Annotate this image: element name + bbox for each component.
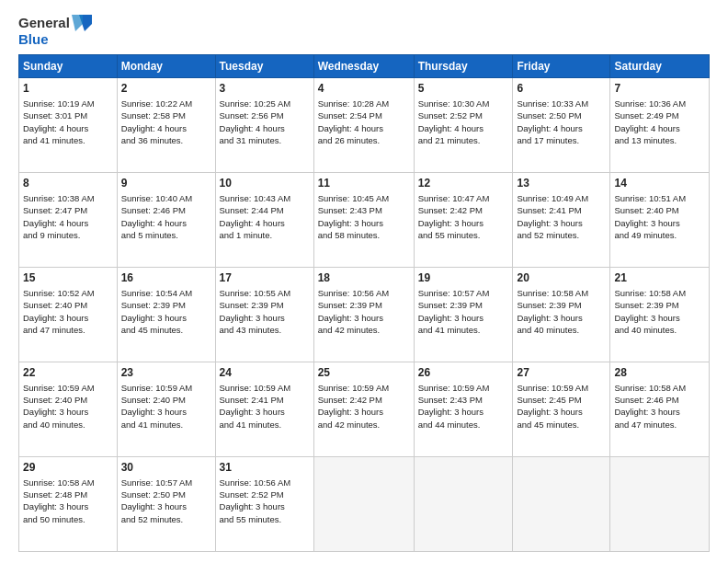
day-info: Daylight: 3 hours [614, 406, 705, 418]
day-info: Sunrise: 10:57 AM [418, 287, 509, 299]
day-info: and 26 minutes. [318, 134, 410, 146]
day-info: Sunrise: 10:55 AM [220, 287, 310, 299]
day-info: Sunrise: 10:56 AM [318, 287, 410, 299]
calendar-cell [513, 457, 610, 552]
day-info: Sunrise: 10:51 AM [614, 192, 705, 204]
day-info: Sunrise: 10:33 AM [517, 98, 606, 109]
day-info: Sunset: 2:39 PM [121, 299, 211, 311]
day-info: Daylight: 3 hours [23, 500, 113, 512]
day-number: 20 [517, 270, 606, 286]
day-number: 30 [121, 460, 211, 476]
day-info: Sunset: 2:47 PM [23, 204, 113, 216]
day-info: and 47 minutes. [23, 324, 113, 336]
day-number: 17 [220, 270, 310, 286]
calendar-cell: 10Sunrise: 10:43 AMSunset: 2:44 PMDaylig… [215, 173, 313, 268]
calendar-cell: 9Sunrise: 10:40 AMSunset: 2:46 PMDayligh… [117, 173, 215, 268]
day-number: 18 [318, 270, 410, 286]
day-info: and 9 minutes. [23, 229, 113, 241]
calendar-cell: 5Sunrise: 10:30 AMSunset: 2:52 PMDayligh… [414, 78, 513, 173]
day-number: 28 [614, 365, 705, 381]
day-info: and 41 minutes. [121, 419, 211, 431]
calendar-table: SundayMondayTuesdayWednesdayThursdayFrid… [18, 54, 710, 552]
day-info: Sunset: 2:46 PM [121, 204, 211, 216]
day-info: and 13 minutes. [614, 134, 705, 146]
day-header-saturday: Saturday [610, 55, 710, 78]
day-number: 31 [220, 460, 310, 476]
day-number: 10 [220, 176, 310, 191]
day-info: Daylight: 3 hours [220, 312, 310, 324]
day-info: Daylight: 3 hours [23, 406, 113, 418]
day-info: and 42 minutes. [318, 324, 410, 336]
day-info: and 58 minutes. [318, 229, 410, 241]
day-info: and 45 minutes. [121, 324, 211, 336]
day-info: Sunset: 2:48 PM [23, 488, 113, 500]
header-row: SundayMondayTuesdayWednesdayThursdayFrid… [19, 55, 710, 78]
calendar-cell: 27Sunrise: 10:59 AMSunset: 2:45 PMDaylig… [513, 362, 610, 457]
day-info: and 5 minutes. [121, 229, 211, 241]
day-number: 16 [121, 270, 211, 286]
day-info: Daylight: 3 hours [318, 312, 410, 324]
day-info: and 43 minutes. [220, 324, 310, 336]
calendar-cell: 1Sunrise: 10:19 AMSunset: 3:01 PMDayligh… [19, 78, 118, 173]
calendar-cell: 24Sunrise: 10:59 AMSunset: 2:41 PMDaylig… [215, 362, 313, 457]
day-number: 11 [318, 176, 410, 191]
day-info: Sunset: 2:49 PM [614, 109, 705, 121]
day-info: Sunset: 2:50 PM [517, 109, 606, 121]
calendar-cell: 14Sunrise: 10:51 AMSunset: 2:40 PMDaylig… [610, 173, 710, 268]
calendar-header: SundayMondayTuesdayWednesdayThursdayFrid… [19, 55, 710, 78]
day-info: Daylight: 4 hours [220, 217, 310, 229]
day-number: 15 [23, 270, 113, 286]
day-info: Sunrise: 10:59 AM [121, 382, 211, 394]
calendar-cell: 19Sunrise: 10:57 AMSunset: 2:39 PMDaylig… [414, 268, 513, 362]
day-info: and 40 minutes. [23, 419, 113, 431]
calendar-cell: 11Sunrise: 10:45 AMSunset: 2:43 PMDaylig… [313, 173, 414, 268]
day-info: and 21 minutes. [418, 134, 509, 146]
day-info: Sunset: 2:40 PM [121, 394, 211, 406]
day-info: Sunrise: 10:36 AM [614, 98, 705, 109]
day-number: 2 [121, 81, 211, 97]
day-info: and 40 minutes. [517, 324, 606, 336]
day-info: Daylight: 4 hours [614, 122, 705, 134]
day-info: Daylight: 4 hours [121, 217, 211, 229]
day-info: Sunrise: 10:45 AM [318, 192, 410, 204]
day-info: Sunrise: 10:19 AM [23, 98, 113, 109]
day-number: 5 [418, 81, 509, 97]
day-info: Daylight: 3 hours [418, 217, 509, 229]
day-number: 14 [614, 176, 705, 191]
week-row-3: 15Sunrise: 10:52 AMSunset: 2:40 PMDaylig… [19, 268, 710, 362]
day-info: Daylight: 4 hours [318, 122, 410, 134]
day-info: Daylight: 3 hours [418, 406, 509, 418]
calendar-cell: 30Sunrise: 10:57 AMSunset: 2:50 PMDaylig… [117, 457, 215, 552]
day-info: Sunset: 2:40 PM [614, 204, 705, 216]
day-info: Sunrise: 10:43 AM [220, 192, 310, 204]
calendar-cell: 20Sunrise: 10:58 AMSunset: 2:39 PMDaylig… [513, 268, 610, 362]
day-number: 13 [517, 176, 606, 191]
calendar-cell [414, 457, 513, 552]
day-info: Daylight: 4 hours [121, 122, 211, 134]
day-info: Sunset: 2:54 PM [318, 109, 410, 121]
day-info: and 55 minutes. [418, 229, 509, 241]
calendar-cell: 21Sunrise: 10:58 AMSunset: 2:39 PMDaylig… [610, 268, 710, 362]
day-number: 22 [23, 365, 113, 381]
day-info: Sunrise: 10:58 AM [614, 287, 705, 299]
day-info: Sunset: 2:40 PM [23, 394, 113, 406]
day-info: Sunrise: 10:30 AM [418, 98, 509, 109]
page: General Blue SundayMondayTuesdayWednesda… [0, 0, 728, 563]
day-info: Sunrise: 10:56 AM [220, 477, 310, 488]
day-info: and 41 minutes. [220, 419, 310, 431]
calendar-cell: 2Sunrise: 10:22 AMSunset: 2:58 PMDayligh… [117, 78, 215, 173]
calendar-cell: 26Sunrise: 10:59 AMSunset: 2:43 PMDaylig… [414, 362, 513, 457]
day-info: Sunrise: 10:59 AM [23, 382, 113, 394]
calendar-cell: 25Sunrise: 10:59 AMSunset: 2:42 PMDaylig… [313, 362, 414, 457]
day-info: Sunset: 2:39 PM [517, 299, 606, 311]
day-number: 6 [517, 81, 606, 97]
day-info: Sunrise: 10:25 AM [220, 98, 310, 109]
day-info: and 50 minutes. [23, 513, 113, 525]
day-info: Sunrise: 10:47 AM [418, 192, 509, 204]
day-info: Sunset: 3:01 PM [23, 109, 113, 121]
day-header-friday: Friday [513, 55, 610, 78]
day-info: Daylight: 4 hours [418, 122, 509, 134]
day-number: 19 [418, 270, 509, 286]
day-info: Sunset: 2:44 PM [220, 204, 310, 216]
day-number: 25 [318, 365, 410, 381]
